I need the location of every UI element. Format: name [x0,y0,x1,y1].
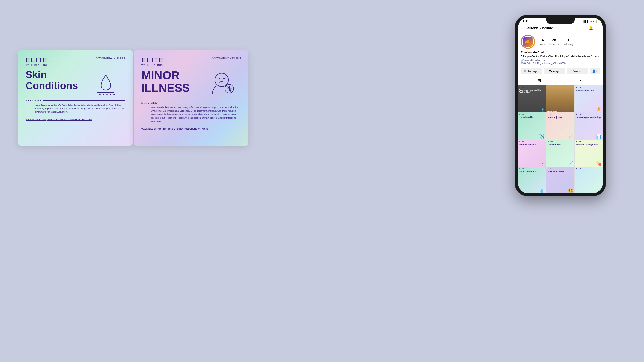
grid-title-9: Wellness & Physicals [576,143,598,146]
illness-icon-grid: 🤒 [568,188,573,193]
ear-icon: 👂 [596,107,602,112]
posts-count: 14 [539,38,545,42]
stethoscope-icon: 🩺 [540,108,544,112]
signal-icon: ▌▌▌ [584,20,589,23]
posts-stat: 14 posts [539,38,545,46]
card-header: ELITE ♡ WALK-IN CLINIC WWW.ELITEWALKIN.C… [142,57,241,66]
grid-brand-8: ELITE [548,141,553,142]
svg-point-8 [218,77,220,79]
grid-item-8[interactable]: ELITE Vaccinations 💉 [546,140,574,168]
brand-heart: ♡ [165,60,168,63]
walkin-label: WALKIN LOCATION: [26,118,46,120]
brand-name: ELITE [142,57,164,63]
battery-icon: 🔋 [595,20,598,23]
ig-action-buttons: Following ▾ Message Contact 👤+ [518,66,603,76]
skin-icon [87,69,125,95]
phone-mockup: 9:41 ▌▌▌ wifi 🔋 ← elitewalkinclinic 🔔 ⋮ [515,15,606,196]
grid-item-3[interactable]: ELITE Ear Wax Removal 👂 [575,85,603,113]
tab-grid[interactable]: ⊞ [518,76,560,85]
grid-item-12[interactable]: ELITE [575,167,603,193]
avatar-logo [523,37,533,46]
grid-title-11: MINOR ILLNESS [548,170,565,173]
grid-title-1: What made you create Elite Walk-in Clini… [519,89,544,93]
grid-title-10: Skin Conditions [519,170,536,173]
back-button[interactable]: ← [521,25,525,30]
profile-tabs: ⊞ 🏷 [518,76,603,85]
grid-title-2: Linda Awua [547,111,556,112]
photo-grid: ELITE What made you create Elite Walk-in… [518,85,603,193]
link-icon: 🔗 [521,59,524,61]
grid-item-11[interactable]: ELITE MINOR ILLNESS 🤒 [546,167,574,193]
tab-tagged[interactable]: 🏷 [560,76,603,85]
following-count: 1 [564,38,573,42]
svg-point-7 [215,73,228,87]
add-person-button[interactable]: 👤+ [590,68,600,74]
grid-title-5: Minor Injuries [548,116,562,119]
grid-brand-12: ELITE [576,168,582,169]
grid-brand-9: ELITE [576,141,582,142]
walkin-text: 1684 BRICE RD REYNOLDSBURG OH 43068 [47,118,92,120]
svg-point-2 [99,93,100,95]
svg-point-3 [103,93,104,95]
followers-label: followers [550,43,559,45]
bio-desc: A People Centric Walkin Clinic Providing… [521,55,600,58]
grid-item-4[interactable]: ELITE Travel Health ✈️ [518,112,546,140]
wellness-icon: 💊 [596,161,602,166]
services-label: SERVICES [142,102,241,104]
minor-illness-icon [202,69,241,98]
womens-health-icon: ♀ [541,161,545,166]
services-label: SERVICES [26,99,125,102]
card-body: Skin Conditions [26,69,125,95]
card-url: WWW.ELITEWALKIN.COM [212,57,241,59]
walkin-location: WALKIN LOCATION: 1684 BRICE RD REYNOLDSB… [26,118,125,120]
grid-brand-11: ELITE [548,168,553,169]
ig-navbar: ← elitewalkinclinic 🔔 ⋮ [518,24,603,32]
card-url: WWW.ELITEWALKIN.COM [96,57,125,59]
message-button[interactable]: Message [544,68,565,74]
grid-item-7[interactable]: ELITE Women's Health ♀ [518,140,546,168]
card-main-title: MINOR ILLNESS [142,69,202,94]
elite-logo: ELITE ♡ WALK-IN CLINIC [142,57,168,66]
phone-outer: 9:41 ▌▌▌ wifi 🔋 ← elitewalkinclinic 🔔 ⋮ [515,15,606,196]
profile-stats: 14 posts 28 followers 1 following [539,38,573,46]
services-text: Acne Treatment, Athlete's Foot, Cold, Ca… [35,103,125,114]
brand-name: ELITE [26,57,48,63]
phone-screen: 9:41 ▌▌▌ wifi 🔋 ← elitewalkinclinic 🔔 ⋮ [518,18,603,193]
grid-item-6[interactable]: ELITE Screening & Monitoring 📊 [575,112,603,140]
walkin-text: 1684 BRICE RD REYNOLDSBURG OH 43068 [163,128,208,130]
grid-item-5[interactable]: ELITE Minor Injuries 🩹 [546,112,574,140]
grid-item-1[interactable]: ELITE What made you create Elite Walk-in… [518,85,546,113]
ig-profile-section: 14 posts 28 followers 1 following [518,32,603,66]
grid-item-9[interactable]: ELITE Wellness & Physicals 💊 [575,140,603,168]
avatar-inner [522,35,534,48]
bio-link[interactable]: 🔗 www.elitewalkin.com [521,59,600,61]
more-options-icon[interactable]: ⋮ [596,26,600,30]
grid-brand-6: ELITE [576,114,582,115]
following-button[interactable]: Following ▾ [521,68,542,74]
followers-stat[interactable]: 28 followers [550,38,559,46]
grid-item-2[interactable]: Linda Awua [546,85,574,113]
phone-notch [546,18,575,24]
grid-brand-3: ELITE [576,87,582,88]
notification-bell-icon[interactable]: 🔔 [588,26,593,30]
grid-title-4: Travel Health [519,116,533,119]
svg-rect-13 [525,40,530,44]
grid-item-10[interactable]: ELITE Skin Conditions 💧 [518,167,546,193]
walkin-label: WALKIN LOCATION: [142,128,162,130]
status-icons: ▌▌▌ wifi 🔋 [584,20,598,23]
card-header: ELITE ♡ WALK-IN CLINIC WWW.ELITEWALKIN.C… [26,57,125,66]
grid-brand-10: ELITE [519,168,524,169]
svg-point-4 [106,93,108,95]
grid-brand-5: ELITE [548,114,553,115]
svg-point-5 [110,93,111,95]
vaccine-icon: 💉 [568,161,573,166]
status-time: 9:41 [523,19,529,23]
tagged-icon: 🏷 [580,78,584,82]
following-stat[interactable]: 1 following [564,38,573,46]
monitoring-icon: 📊 [596,134,602,139]
brand-sub: WALK-IN CLINIC [26,64,52,66]
travel-icon: ✈️ [539,134,544,139]
brand-sub: WALK-IN CLINIC [142,64,168,66]
injury-icon: 🩹 [568,134,573,139]
contact-button[interactable]: Contact [566,68,588,74]
